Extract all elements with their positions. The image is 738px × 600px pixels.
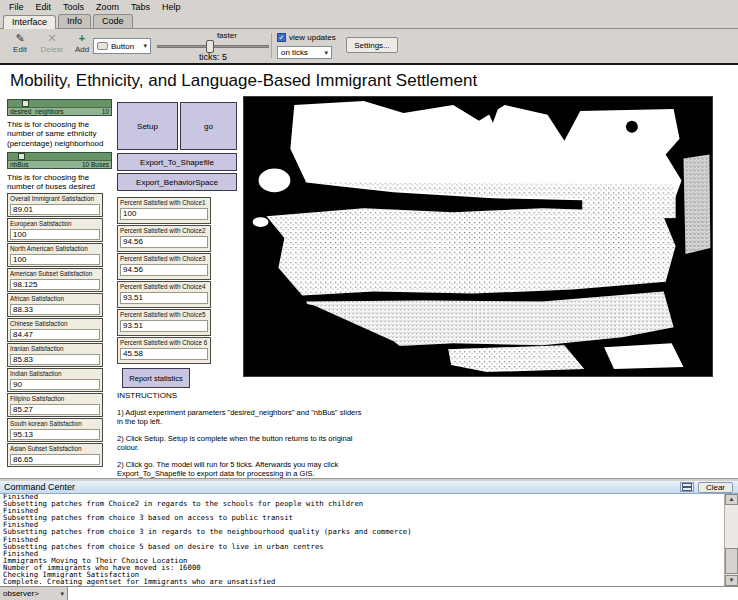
observer-context-dropdown[interactable]: observer> ▾ [0, 587, 68, 600]
command-input[interactable] [68, 587, 738, 600]
export-to-shapefile-button[interactable]: Export_To_Shapefile [117, 153, 237, 171]
instructions-text: INSTRUCTIONS 1) Adjust experiment parame… [117, 391, 369, 478]
monitor-label: Filipino Satisfaction [10, 395, 100, 403]
monitor-label: American Subset Satisfaction [10, 270, 100, 278]
monitor-label: Percent Satisfied with Choice5 [120, 311, 208, 319]
scroll-down-icon[interactable]: ▼ [725, 575, 738, 586]
scroll-up-icon[interactable]: ▲ [725, 494, 738, 505]
monitor-label: African Satisfaction [10, 295, 100, 303]
monitor: American Subset Satisfaction 98.125 [7, 268, 103, 292]
command-center-output: Finished Subsetting patches from Choice2… [0, 494, 738, 586]
note-desired-neighbors: This is for choosing the number of same … [7, 120, 113, 148]
menu-help[interactable]: Help [156, 1, 187, 13]
update-mode-dropdown[interactable]: on ticks ▾ [277, 46, 332, 59]
menu-zoom[interactable]: Zoom [90, 1, 125, 13]
netlogo-window: File Edit Tools Zoom Tabs Help Interface… [0, 0, 738, 600]
view-updates-group: ✓ view updates [277, 33, 336, 42]
monitor: Chinese Satisfaction 84.47 [7, 318, 103, 342]
monitor: European Satisfaction 100 [7, 218, 103, 242]
monitor-label: Chinese Satisfaction [10, 320, 100, 328]
monitor-value: 89.01 [10, 204, 100, 215]
tab-interface[interactable]: Interface [3, 15, 56, 29]
slider-value: 10 [102, 108, 109, 115]
monitor-label: Indian Satisfaction [10, 370, 100, 378]
menu-tabs[interactable]: Tabs [125, 1, 156, 13]
report-statistics-button[interactable]: Report statistics [122, 368, 190, 388]
view-updates-checkbox[interactable]: ✓ [277, 33, 286, 42]
monitor: Asian Subset Satisfaction 86.65 [7, 443, 103, 467]
slider-nbbus[interactable]: nbBus 10 Buses [7, 152, 112, 169]
monitor: Iranian Satisfaction 85.83 [7, 343, 103, 367]
tab-info[interactable]: Info [58, 14, 91, 28]
world-view[interactable] [243, 96, 713, 377]
tab-code[interactable]: Code [93, 14, 133, 28]
monitor-label: Percent Satisfied with Choice2 [120, 227, 208, 235]
instructions-step: 2) Click go. The model will run for 5 ti… [117, 460, 369, 479]
add-tool-button[interactable]: + Add [70, 32, 94, 54]
monitor-value: 90 [10, 379, 100, 390]
menu-edit[interactable]: Edit [30, 1, 58, 13]
slider-name: desired_neighbors [10, 108, 63, 115]
monitor-label: European Satisfaction [10, 220, 100, 228]
monitor-label: Asian Subset Satisfaction [10, 445, 100, 453]
monitor: Overall Immigrant Satisfaction 89.01 [7, 193, 103, 217]
split-toggle-icon[interactable] [680, 482, 694, 492]
monitor-value: 93.51 [120, 292, 208, 304]
slider-handle[interactable] [18, 153, 25, 160]
plus-icon: + [70, 32, 94, 44]
note-nbbus: This is for choosing the number of buses… [7, 173, 113, 192]
monitor: Percent Satisfied with Choice1 100 [117, 197, 211, 224]
monitor-value: 84.47 [10, 329, 100, 340]
toolbar: ✎ Edit ✕ Delete + Add Button ▾ faster ti… [0, 29, 738, 63]
slider-handle[interactable] [22, 100, 29, 107]
output-scrollbar[interactable]: ▲ ▼ [724, 494, 738, 586]
monitor: Indian Satisfaction 90 [7, 368, 103, 392]
slider-desired-neighbors[interactable]: desired_neighbors 10 [7, 99, 112, 116]
instructions-heading: INSTRUCTIONS [117, 391, 369, 401]
widget-type-dropdown[interactable]: Button ▾ [93, 38, 151, 54]
settings-button[interactable]: Settings... [346, 37, 398, 53]
monitor: North American Satisfaction 100 [7, 243, 103, 267]
slider-value: 10 Buses [82, 161, 109, 168]
go-button[interactable]: go [180, 102, 237, 150]
slider-name: nbBus [10, 161, 28, 168]
monitor-value: 100 [120, 208, 208, 220]
monitor-label: Iranian Satisfaction [10, 345, 100, 353]
monitor: Percent Satisfied with Choice 6 45.58 [117, 337, 211, 364]
instructions-step: 1) Adjust experiment parameters "desired… [117, 408, 369, 427]
monitor-label: North American Satisfaction [10, 245, 100, 253]
delete-tool-button[interactable]: ✕ Delete [36, 32, 68, 54]
command-output-text: Finished Subsetting patches from Choice2… [0, 494, 738, 585]
chevron-down-icon: ▾ [143, 42, 147, 50]
monitor: South korean Satisfaction 95.13 [7, 418, 103, 442]
command-center-title: Command Center [0, 482, 680, 492]
monitor-label: Overall Immigrant Satisfaction [10, 195, 100, 203]
monitor-value: 100 [10, 254, 100, 265]
command-center-header: Command Center Clear [0, 481, 738, 494]
chevron-down-icon: ▾ [60, 590, 64, 598]
left-monitor-column: Overall Immigrant Satisfaction 89.01 Eur… [7, 193, 103, 468]
menu-tools[interactable]: Tools [57, 1, 90, 13]
monitor: Percent Satisfied with Choice2 94.56 [117, 225, 211, 252]
ticks-counter: ticks: 5 [199, 52, 227, 62]
setup-button[interactable]: Setup [117, 102, 178, 150]
monitor: Percent Satisfied with Choice3 94.56 [117, 253, 211, 280]
scrollbar-thumb[interactable] [725, 548, 738, 574]
command-center: Command Center Clear Finished Subsetting… [0, 481, 738, 600]
observer-prompt-label: observer> [3, 589, 39, 598]
clear-button[interactable]: Clear [698, 482, 733, 493]
mid-monitor-column: Percent Satisfied with Choice1 100 Perce… [117, 197, 211, 365]
edit-tool-button[interactable]: ✎ Edit [6, 32, 34, 54]
toolbar-separator [271, 33, 272, 58]
menu-file[interactable]: File [3, 1, 30, 13]
monitor: Filipino Satisfaction 85.27 [7, 393, 103, 417]
monitor-label: Percent Satisfied with Choice3 [120, 255, 208, 263]
monitor: Percent Satisfied with Choice5 93.51 [117, 309, 211, 336]
delete-icon: ✕ [36, 32, 68, 44]
monitor-value: 93.51 [120, 320, 208, 332]
monitor-value: 45.58 [120, 348, 208, 360]
monitor-value: 85.27 [10, 404, 100, 415]
monitor: Percent Satisfied with Choice4 93.51 [117, 281, 211, 308]
export-behaviorspace-button[interactable]: Export_BehaviorSpace [117, 173, 237, 191]
world-view-map [244, 97, 712, 376]
